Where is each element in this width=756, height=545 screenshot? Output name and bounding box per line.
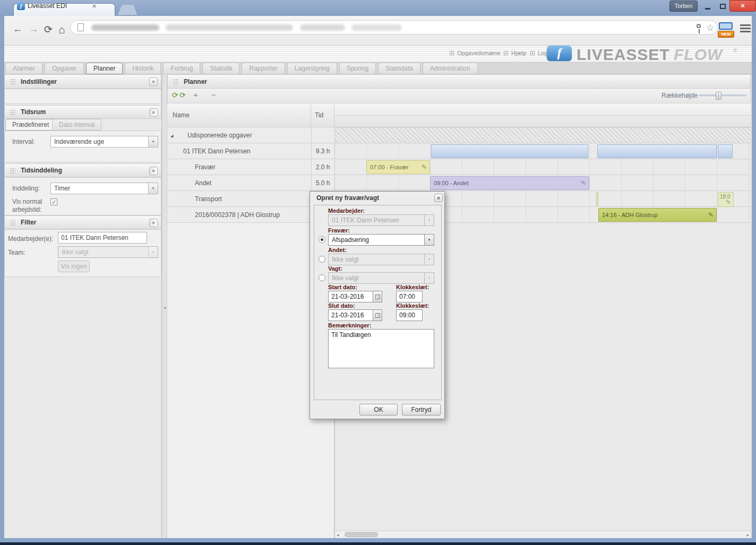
tab-lagerstyring[interactable]: Lagerstyring <box>287 63 337 74</box>
collapse-up-icon[interactable]: « <box>149 167 158 175</box>
chevron-down-icon: ▼ <box>424 215 434 226</box>
tab-administration[interactable]: Administration <box>423 63 478 74</box>
vis-normal-checkbox[interactable]: ✓ <box>50 198 57 205</box>
bemaerkninger-textarea[interactable]: Til Tandlægen <box>328 329 434 368</box>
calendar-icon[interactable] <box>373 291 382 302</box>
task-bar-adh-glostrup[interactable]: 14:16 - ADH Glostrup ✎ <box>598 208 717 222</box>
tidsrum-body: Interval: Indeværende uge ▼ <box>4 131 161 162</box>
row-label-transport: Transport <box>195 191 222 207</box>
tab-rapporter[interactable]: Rapporter <box>242 63 285 74</box>
interval-select[interactable]: Indeværende uge ▼ <box>50 136 158 148</box>
link-opgavedomaene[interactable]: Opgavedomæne <box>457 50 501 56</box>
url-redaction <box>91 24 159 31</box>
tid-column-header[interactable]: Tid <box>311 103 334 127</box>
row-label-employee: 01 ITEK Dann Petersen <box>183 143 251 159</box>
minimize-icon[interactable] <box>701 2 715 11</box>
vis-normal-label-1: Vis normal <box>12 198 42 205</box>
collapse-up-icon[interactable]: « <box>149 108 158 117</box>
collapse-left-icon[interactable]: « <box>149 77 158 86</box>
refresh-icon[interactable]: ⟳ <box>172 91 178 99</box>
fravaer-radio[interactable] <box>319 236 325 243</box>
tid-column-label: Tid <box>315 111 323 119</box>
transport-bar[interactable]: 18:0 ✎ <box>718 192 734 207</box>
chevron-down-icon[interactable]: ▼ <box>148 183 158 194</box>
transport-sliver-bar[interactable] <box>596 192 598 206</box>
tab-planner[interactable]: Planner <box>86 63 123 74</box>
absence-bar[interactable]: 07:00 - Fravær ✎ <box>366 160 430 174</box>
slut-dato-label: Slut dato: <box>328 302 355 309</box>
zoom-in-icon[interactable]: + <box>193 90 198 99</box>
other-bar[interactable]: 09:00 - Andet ✎ <box>430 176 589 190</box>
pencil-icon[interactable]: ✎ <box>708 209 714 221</box>
pencil-icon[interactable]: ✎ <box>726 199 731 206</box>
start-dato-input[interactable] <box>328 291 373 302</box>
pencil-icon[interactable]: ✎ <box>422 161 427 174</box>
row-height-slider-thumb[interactable] <box>716 92 721 100</box>
tab-dato-interval[interactable]: Dato interval <box>52 119 101 131</box>
browser-user-button[interactable]: Torben <box>669 1 698 12</box>
link-hjaelp[interactable]: Hjælp <box>511 50 527 56</box>
reload-icon[interactable]: ⟳ <box>44 23 53 36</box>
employee-schedule-bar[interactable] <box>597 144 717 158</box>
back-icon[interactable]: ← <box>13 23 23 35</box>
start-time-input[interactable] <box>396 291 423 302</box>
refresh-icon[interactable]: ⟳ <box>179 91 186 99</box>
sidebar-panel-header: Indstillinger « <box>4 74 161 89</box>
scroll-right-icon[interactable]: ▸ <box>746 531 749 539</box>
medarbejder-input[interactable] <box>58 232 147 244</box>
tab-sporing[interactable]: Sporing <box>339 63 376 74</box>
employee-schedule-bar[interactable] <box>718 144 733 158</box>
medarbejder-select: 01 ITEK Dann Petersen ▼ <box>328 214 434 226</box>
menu-icon[interactable] <box>740 24 751 34</box>
collapse-up-icon[interactable]: « <box>149 219 158 227</box>
unassigned-hatch-band <box>335 127 751 143</box>
settings-sidebar: Indstillinger « Tidsrum « Prædefineret D… <box>4 74 162 538</box>
maximize-icon[interactable] <box>716 2 729 11</box>
row-height-label: Rækkehøjde <box>662 92 698 99</box>
andet-radio[interactable] <box>319 256 325 263</box>
splitter-collapse-icon[interactable]: ◂ <box>162 302 167 313</box>
window-frame-edge <box>0 542 756 545</box>
sidebar-empty-box <box>4 89 161 104</box>
tab-opgaver[interactable]: Opgaver <box>45 63 84 74</box>
window-close-icon[interactable]: × <box>729 0 756 12</box>
tree-expanded-icon[interactable]: ◢ <box>170 134 173 138</box>
slut-time-input[interactable] <box>396 309 423 321</box>
calendar-icon[interactable] <box>373 309 382 321</box>
tab-alarmer[interactable]: Alarmer <box>5 63 42 74</box>
tid-value: 9.3 h <box>311 143 334 159</box>
tab-praedefineret[interactable]: Prædefineret <box>5 119 56 131</box>
extension-icon[interactable] <box>719 22 733 30</box>
sidebar-title: Indstillinger <box>21 78 57 85</box>
tab-close-icon[interactable]: × <box>90 2 98 10</box>
employee-schedule-bar[interactable] <box>431 144 588 158</box>
star-icon[interactable]: ☆ <box>706 22 714 33</box>
tab-forbrug[interactable]: Forbrug <box>163 63 200 74</box>
dialog-close-icon[interactable]: × <box>434 194 443 202</box>
tidsinddeling-header: Tidsinddeling « <box>4 163 161 177</box>
pencil-icon[interactable]: ✎ <box>581 177 586 189</box>
zoom-out-icon[interactable]: − <box>211 90 216 99</box>
scrollbar-thumb[interactable] <box>345 532 378 537</box>
row-height-slider-track[interactable] <box>699 94 746 97</box>
scroll-left-icon[interactable]: ◂ <box>337 531 339 539</box>
slut-dato-input[interactable] <box>328 309 373 321</box>
tab-statistik[interactable]: Statistik <box>202 63 239 74</box>
fortryd-button[interactable]: Fortryd <box>402 404 441 416</box>
home-icon[interactable]: ⌂ <box>58 23 65 36</box>
link-bullet-icon <box>530 51 535 55</box>
url-redaction <box>166 24 293 31</box>
horizontal-scrollbar[interactable]: ◂ ▸ <box>335 531 751 538</box>
ok-button[interactable]: OK <box>359 404 398 416</box>
tab-historik[interactable]: Historik <box>125 63 161 74</box>
key-icon[interactable] <box>697 24 701 28</box>
inddeling-select[interactable]: Timer ▼ <box>50 183 158 194</box>
forward-icon[interactable]: → <box>29 23 39 35</box>
fravaer-select[interactable]: Afspadsering ▼ <box>328 234 434 246</box>
vagt-radio[interactable] <box>319 274 325 281</box>
chevron-down-icon[interactable]: ▼ <box>148 136 158 147</box>
start-dato-wrap <box>328 291 373 302</box>
chevron-down-icon[interactable]: ▼ <box>424 235 434 245</box>
name-column-header[interactable]: Name <box>167 103 311 127</box>
tab-stamdata[interactable]: Stamdata <box>378 63 420 74</box>
